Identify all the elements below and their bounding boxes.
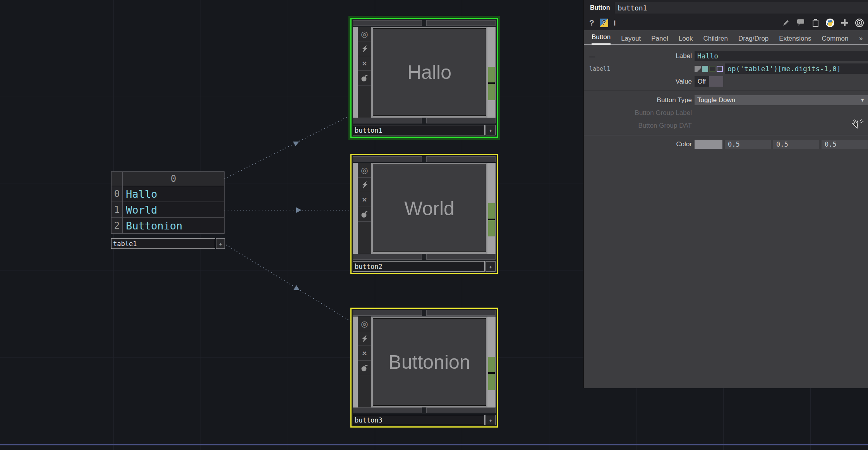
- tab-overflow-chevron-icon[interactable]: »: [859, 34, 863, 46]
- viewer-flag-icon[interactable]: ◎: [358, 317, 371, 331]
- help-icon[interactable]: ?: [589, 18, 594, 27]
- wire-table1-button3: [226, 245, 352, 322]
- table-name-field[interactable]: table1: [111, 238, 215, 249]
- input-connector[interactable]: [353, 310, 422, 316]
- mode-bind-icon[interactable]: [717, 66, 723, 72]
- button-panel-label: World: [404, 197, 455, 220]
- param-row-label: —Label Hallo: [584, 50, 868, 62]
- node-flag-green[interactable]: [488, 67, 495, 84]
- node-add-parameter-button[interactable]: ✦: [485, 415, 496, 425]
- tab-children[interactable]: Children: [703, 35, 728, 46]
- button1-node[interactable]: ◎ × Hallo button1 ✦: [350, 18, 498, 138]
- output-connector[interactable]: [426, 407, 496, 413]
- cook-flag-icon[interactable]: [358, 331, 371, 346]
- operator-name-field[interactable]: button1: [615, 2, 868, 14]
- node-flag-green[interactable]: [488, 84, 495, 100]
- bomb-flag-icon[interactable]: [358, 361, 371, 375]
- color-g-field[interactable]: 0.5: [773, 140, 819, 149]
- output-connector[interactable]: [353, 118, 422, 123]
- color-b-field[interactable]: 0.5: [822, 140, 868, 149]
- node-add-parameter-button[interactable]: ✦: [485, 125, 496, 135]
- node-flag-green[interactable]: [488, 220, 495, 236]
- input-connector[interactable]: [426, 156, 496, 162]
- bomb-flag-icon[interactable]: [358, 207, 371, 222]
- close-flag-icon[interactable]: ×: [358, 346, 371, 361]
- cook-flag-icon[interactable]: [358, 178, 371, 192]
- output-connector[interactable]: [353, 407, 422, 413]
- tab-button[interactable]: Button: [592, 33, 611, 45]
- close-flag-icon[interactable]: ×: [358, 56, 371, 71]
- bomb-flag-icon[interactable]: [358, 71, 371, 86]
- output-connector[interactable]: [426, 254, 496, 260]
- node-flag-green[interactable]: [488, 357, 495, 374]
- button3-panel-viewer[interactable]: Buttonion: [371, 317, 487, 407]
- cook-flag-icon[interactable]: [358, 41, 371, 56]
- node-add-parameter-button[interactable]: ✦: [485, 261, 496, 272]
- input-connector[interactable]: [426, 20, 496, 26]
- tab-layout[interactable]: Layout: [621, 35, 641, 46]
- node-flag-green[interactable]: [488, 374, 495, 390]
- output-connector[interactable]: [353, 254, 422, 260]
- param-label[interactable]: Label: [676, 52, 692, 60]
- comment-icon[interactable]: [796, 18, 805, 27]
- param-label[interactable]: Button Type: [657, 96, 692, 104]
- node-name-field[interactable]: button2: [353, 261, 485, 272]
- table-cell: World: [123, 202, 224, 217]
- table-row[interactable]: 0 Hallo: [112, 186, 224, 202]
- add-icon[interactable]: [840, 18, 849, 27]
- target-icon[interactable]: [855, 18, 864, 27]
- table-corner-cell: [112, 172, 122, 186]
- table-row[interactable]: 1 World: [112, 202, 224, 217]
- button1-panel-viewer[interactable]: Hallo: [371, 27, 487, 118]
- input-connector[interactable]: [353, 156, 422, 162]
- table-cell: Buttonion: [123, 218, 224, 233]
- value-toggle-slider[interactable]: [709, 76, 723, 87]
- pencil-icon[interactable]: [781, 18, 791, 27]
- label-expression-field[interactable]: op('table1')[me.digits-1,0]: [725, 63, 868, 74]
- mode-export-icon[interactable]: [709, 66, 715, 72]
- param-row-button-type: Button Type Toggle Down▼: [584, 94, 868, 106]
- param-collapse-dash[interactable]: —: [589, 53, 595, 59]
- param-label-disabled: Button Group Label: [635, 109, 692, 116]
- color-r-field[interactable]: 0.5: [725, 140, 771, 149]
- python-help-icon[interactable]: ?: [600, 19, 608, 27]
- table-dat-node[interactable]: 0 0 Hallo 1 World 2 Buttonion: [111, 171, 225, 234]
- clipboard-icon[interactable]: [811, 18, 820, 27]
- node-name-field[interactable]: button1: [353, 125, 485, 135]
- button2-node[interactable]: ◎ × World button2 ✦: [350, 154, 498, 274]
- label-value-field[interactable]: Hallo: [695, 51, 868, 61]
- node-flag-green[interactable]: [488, 203, 495, 220]
- button2-panel-viewer[interactable]: World: [371, 163, 487, 254]
- row-number: 1: [112, 202, 122, 217]
- tab-panel[interactable]: Panel: [651, 35, 668, 46]
- param-label[interactable]: Value: [676, 78, 692, 85]
- mode-constant-icon[interactable]: [695, 66, 701, 72]
- tab-look[interactable]: Look: [679, 35, 693, 46]
- input-connector[interactable]: [353, 20, 422, 26]
- param-internal-name: label1: [589, 65, 610, 72]
- python-icon[interactable]: [825, 18, 835, 27]
- output-connector[interactable]: [426, 118, 496, 123]
- mode-expression-icon[interactable]: [702, 66, 708, 72]
- wire-arrow-icon: [293, 139, 300, 146]
- button-type-dropdown[interactable]: Toggle Down▼: [695, 95, 868, 105]
- tab-common[interactable]: Common: [822, 35, 848, 46]
- viewer-flag-icon[interactable]: ◎: [358, 27, 371, 41]
- param-label[interactable]: Color: [676, 140, 692, 148]
- button3-node[interactable]: ◎ × Buttonion button3 ✦: [350, 308, 498, 428]
- viewer-flag-icon[interactable]: ◎: [358, 163, 371, 178]
- node-name-field[interactable]: button3: [353, 415, 485, 425]
- color-swatch[interactable]: [695, 140, 722, 149]
- table-add-parameter-button[interactable]: ✦: [216, 238, 225, 249]
- info-icon[interactable]: i: [614, 18, 616, 27]
- network-bottom-boundary: [0, 444, 868, 445]
- tab-dragdrop[interactable]: Drag/Drop: [738, 35, 769, 46]
- value-off-button[interactable]: Off: [695, 76, 709, 87]
- param-group-separator: [584, 91, 868, 91]
- input-connector[interactable]: [426, 310, 496, 316]
- table-row[interactable]: 2 Buttonion: [112, 218, 224, 233]
- operator-type-label: Button: [590, 4, 610, 11]
- tab-extensions[interactable]: Extensions: [779, 35, 811, 46]
- wire-arrow-icon: [293, 285, 301, 293]
- close-flag-icon[interactable]: ×: [358, 192, 371, 207]
